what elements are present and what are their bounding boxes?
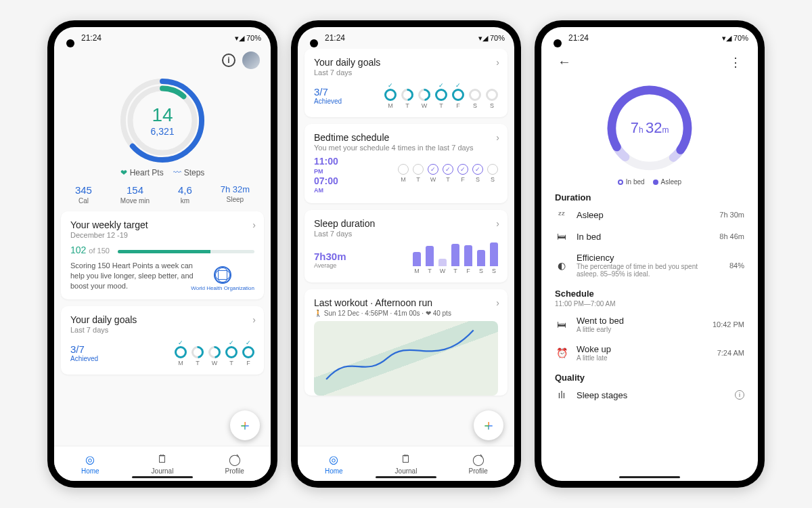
card-title: Your daily goals (314, 57, 498, 68)
stat-cal[interactable]: 345Cal (75, 184, 92, 205)
sleep-bar (426, 246, 434, 266)
day-circle: W (208, 339, 221, 366)
activity-ring[interactable]: 14 6,321 (118, 76, 207, 165)
sleep-ring: 7h 32m (602, 81, 697, 175)
daily-score: 3/7 Achieved (70, 343, 98, 362)
plus-icon: ＋ (238, 415, 252, 436)
phone-sleep-detail: 21:24 ▾◢ 70% ← ⋮ 7h 32m (535, 20, 765, 488)
plus-icon: ＋ (481, 415, 496, 436)
bedtime-times: 11:00PM 07:00AM (314, 156, 338, 195)
detail-row[interactable]: ⏰ Woke upA little late 7:24 AM (552, 339, 747, 367)
status-bar: 21:24 ▾◢ 70% (298, 27, 514, 49)
status-bar: 21:24 ▾◢ 70% (541, 27, 758, 49)
day-circles: ✓MTW✓T✓FSS (384, 82, 498, 109)
stat-sleep[interactable]: 7h 32mSleep (221, 184, 250, 205)
sleep-bar (477, 250, 485, 266)
day-circle: ✓M (384, 82, 397, 109)
detail-row[interactable]: ılı Sleep stages i (552, 384, 747, 406)
phone-cards: 21:24 ▾◢ 70% › Your daily goals Last 7 d… (291, 20, 521, 488)
profile-icon: ◯̀ (472, 452, 485, 466)
profile-icon: ◯̀ (228, 452, 242, 466)
card-weekly-target[interactable]: › Your weekly target December 12 -19 102… (61, 211, 264, 299)
clock: 21:24 (568, 33, 589, 43)
chevron-right-icon: › (496, 297, 499, 308)
sleep-bars (413, 242, 498, 266)
bedtime-day: ✓W (428, 164, 438, 183)
more-icon[interactable]: ⋮ (728, 52, 743, 72)
back-button[interactable]: ← (556, 51, 572, 72)
sleep-bar (490, 242, 498, 266)
home-icon: ◎ (327, 452, 340, 466)
who-badge: World Health Organization (191, 266, 254, 291)
day-circle: S (469, 82, 481, 109)
progress-bar (118, 250, 254, 253)
zzz-icon: ᶻᶻ (555, 209, 568, 220)
detail-row[interactable]: ◐ EfficiencyThe percentage of time in be… (552, 247, 747, 283)
heart-icon: ❤ (120, 168, 127, 177)
section-duration: Duration (552, 192, 747, 203)
gesture-bar (132, 476, 193, 478)
day-circle: ✓F (452, 82, 464, 109)
day-circle: ✓M (175, 339, 187, 366)
card-title: Your daily goals (70, 314, 254, 325)
journal-icon: 🗒 (399, 452, 413, 466)
sleep-legend: In bed Asleep (552, 178, 747, 186)
day-circle: ✓T (225, 339, 238, 366)
steps-icon: 〰 (173, 168, 181, 177)
phone-home: 21:24 ▾◢ 70% i 14 6,321 (47, 20, 277, 488)
bedtime-day: ✓T (443, 164, 453, 183)
bedtime-day: ✓F (457, 164, 468, 183)
chevron-right-icon: › (496, 132, 499, 143)
stat-movemin[interactable]: 154Move min (120, 184, 150, 205)
weekly-score: 102 (70, 245, 86, 255)
globe-icon (214, 266, 231, 284)
day-circles: ✓MTW✓T✓F (175, 339, 254, 366)
gesture-bar (619, 476, 680, 478)
day-circle: ✓F (242, 339, 254, 366)
workout-map[interactable] (314, 321, 498, 396)
day-circle: W (418, 82, 430, 109)
nav-profile[interactable]: ◯̀Profile (442, 446, 514, 481)
daily-score: 3/7 Achieved (314, 86, 342, 105)
asleep-dot-icon (653, 179, 658, 185)
status-icons: ▾◢ 70% (235, 34, 261, 43)
chevron-right-icon: › (252, 314, 256, 325)
avatar[interactable] (242, 51, 260, 69)
info-icon[interactable]: i (222, 54, 235, 67)
clock: 21:24 (325, 33, 345, 43)
fab-add[interactable]: ＋ (474, 410, 503, 440)
gobed-icon: 🛏 (555, 319, 568, 330)
card-bedtime-schedule[interactable]: › Bedtime schedule You met your schedule… (304, 124, 508, 203)
heart-pts-value: 14 (152, 104, 173, 126)
stat-km[interactable]: 4,6km (178, 184, 192, 205)
detail-row[interactable]: 🛏 Went to bedA little early 10:42 PM (552, 310, 747, 339)
bed-icon: 🛏 (555, 231, 568, 242)
chevron-right-icon: › (496, 57, 499, 68)
workout-meta: 🚶 Sun 12 Dec · 4:56PM · 41m 00s · ❤ 40 p… (314, 310, 498, 317)
card-daily-goals[interactable]: › Your daily goals Last 7 days 3/7 Achie… (61, 306, 264, 375)
ring-legend: ❤ Heart Pts 〰 Steps (61, 168, 264, 177)
nav-home[interactable]: ◎Home (54, 446, 127, 481)
sleep-duration-value: 7h 32m (602, 81, 697, 175)
sleep-bar (464, 245, 472, 266)
sleep-bar (413, 252, 421, 266)
day-circle: S (486, 82, 498, 109)
status-bar: 21:24 ▾◢ 70% (54, 27, 271, 49)
card-last-workout[interactable]: › Last workout · Afternoon run 🚶 Sun 12 … (304, 289, 508, 396)
stats-row: 345Cal 154Move min 4,6km 7h 32mSleep (61, 184, 264, 205)
info-icon[interactable]: i (735, 390, 744, 400)
steps-value: 6,321 (150, 126, 174, 137)
detail-row[interactable]: ᶻᶻ Asleep 7h 30m (552, 204, 747, 226)
detail-row[interactable]: 🛏 In bed 8h 46m (552, 226, 747, 247)
day-circle: ✓T (435, 82, 447, 109)
card-sleep-duration[interactable]: › Sleep duration Last 7 days 7h30m Avera… (304, 210, 508, 282)
bedtime-day: T (413, 164, 424, 183)
card-title: Bedtime schedule (314, 132, 498, 143)
nav-home[interactable]: ◎Home (298, 446, 370, 481)
card-daily-goals[interactable]: › Your daily goals Last 7 days 3/7 Achie… (304, 49, 508, 117)
journal-icon: 🗒 (156, 452, 169, 466)
fab-add[interactable]: ＋ (230, 410, 260, 440)
card-title: Last workout · Afternoon run (314, 297, 498, 308)
home-icon: ◎ (83, 452, 97, 466)
nav-profile[interactable]: ◯̀Profile (198, 446, 271, 481)
